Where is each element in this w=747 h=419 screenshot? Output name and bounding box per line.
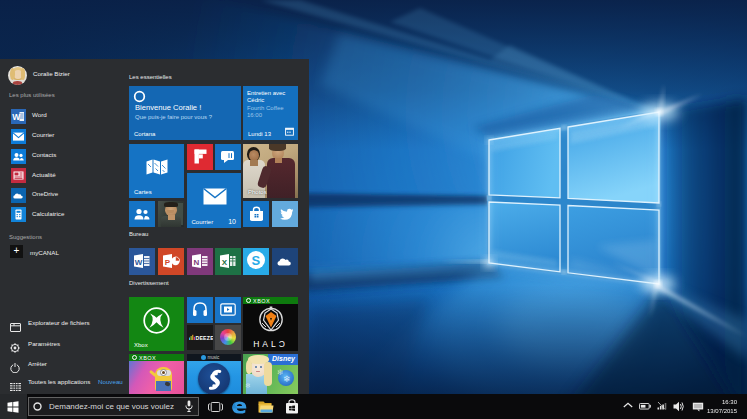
svg-text:X: X <box>222 258 228 267</box>
svg-text:P: P <box>165 258 171 267</box>
svg-text:W: W <box>135 258 143 267</box>
svg-text:N: N <box>193 258 199 267</box>
svg-text:W: W <box>12 111 21 121</box>
